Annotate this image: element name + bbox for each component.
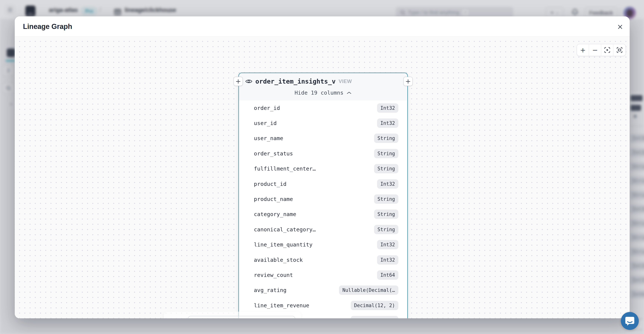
column-name: canonical_category…: [254, 226, 316, 233]
column-row[interactable]: order_status String: [239, 146, 407, 161]
column-type-badge: String: [374, 194, 398, 204]
column-type-badge: Decimal(12, 2): [351, 316, 398, 318]
close-button[interactable]: [616, 22, 624, 31]
base-panel: Base: dev.order_item_insights_v: [164, 312, 301, 318]
expand-downstream-button[interactable]: +: [404, 77, 413, 86]
chevron-up-icon: [346, 91, 352, 95]
chat-bubble-icon: [625, 316, 635, 326]
lineage-canvas[interactable]: + −: [15, 37, 630, 318]
node-kind-badge: VIEW: [338, 78, 352, 84]
column-type-badge: Int32: [377, 103, 398, 113]
node-card-wrap: order_item_insights_v VIEW Hide 19 colum…: [238, 73, 408, 318]
focus-node-button[interactable]: [601, 44, 614, 56]
column-type-badge: Int32: [377, 179, 398, 189]
column-type-badge: String: [374, 134, 398, 143]
column-row[interactable]: product_id Int32: [239, 176, 407, 191]
column-row[interactable]: avg_rating Nullable(Decimal(…: [239, 283, 407, 298]
column-row[interactable]: available_stock Int32: [239, 252, 407, 267]
column-name: available_stock: [254, 257, 303, 263]
chat-launcher-button[interactable]: [621, 312, 639, 330]
column-type-badge: String: [374, 210, 398, 219]
close-icon: [617, 24, 623, 30]
column-name: user_id: [254, 120, 277, 126]
column-row[interactable]: order_id Int32: [239, 100, 407, 115]
column-type-badge: Nullable(Decimal(…: [339, 286, 398, 295]
column-row[interactable]: user_name String: [239, 131, 407, 146]
column-row[interactable]: review_count Int64: [239, 267, 407, 283]
eye-icon: [245, 79, 252, 84]
column-row[interactable]: product_name String: [239, 191, 407, 207]
column-type-badge: Int32: [377, 118, 398, 128]
node-name: order_item_insights_v: [255, 78, 336, 85]
column-type-badge: Int32: [377, 240, 398, 249]
column-type-badge: Int32: [377, 255, 398, 265]
columns-toggle-label: Hide 19 columns: [294, 90, 344, 96]
column-name: line_item_revenue: [254, 302, 309, 309]
column-name: order_id: [254, 105, 280, 111]
column-type-badge: Int64: [377, 270, 398, 280]
focus-icon: [604, 46, 611, 53]
zoom-out-button[interactable]: −: [589, 44, 601, 56]
modal-title: Lineage Graph: [23, 22, 72, 30]
column-name: product_id: [254, 181, 286, 187]
column-type-badge: Decimal(12, 2): [351, 301, 398, 310]
column-name: product_name: [254, 196, 293, 202]
column-list: order_id Int32 user_id Int32 user_name: [239, 100, 407, 318]
expand-upstream-button[interactable]: +: [234, 77, 243, 86]
column-name: line_item_quantity: [254, 242, 312, 248]
node-order-item-insights-v[interactable]: order_item_insights_v VIEW Hide 19 colum…: [238, 73, 408, 318]
lineage-graph-modal: Lineage Graph + −: [15, 16, 630, 318]
column-row[interactable]: canonical_category… String: [239, 222, 407, 237]
column-name: order_status: [254, 150, 293, 157]
column-name: fulfillment_center…: [254, 166, 316, 172]
node-header: order_item_insights_v VIEW Hide 19 colum…: [239, 73, 407, 100]
columns-toggle[interactable]: Hide 19 columns: [239, 90, 407, 100]
column-row[interactable]: line_item_revenue Decimal(12, 2): [239, 298, 407, 313]
zoom-in-button[interactable]: +: [577, 44, 589, 56]
screen: atlas ariga-atlas Pro / lineage/clickhou…: [0, 0, 644, 334]
modal-header: Lineage Graph: [15, 16, 630, 37]
column-row[interactable]: user_id Int32: [239, 115, 407, 131]
column-type-badge: String: [374, 164, 398, 173]
base-chip[interactable]: dev.order_item_insights_v: [188, 316, 295, 318]
canvas-zoom-controls: + −: [576, 44, 626, 56]
column-row[interactable]: fulfillment_center… String: [239, 161, 407, 176]
column-name: category_name: [254, 211, 296, 217]
fit-view-button[interactable]: [614, 44, 626, 56]
column-row[interactable]: line_item_quantity Int32: [239, 237, 407, 252]
column-name: review_count: [254, 272, 293, 278]
column-name: user_name: [254, 135, 283, 141]
column-name: avg_rating: [254, 287, 286, 293]
fit-view-icon: [616, 46, 623, 53]
column-type-badge: String: [374, 225, 398, 234]
column-type-badge: String: [374, 149, 398, 158]
column-row[interactable]: category_name String: [239, 207, 407, 222]
